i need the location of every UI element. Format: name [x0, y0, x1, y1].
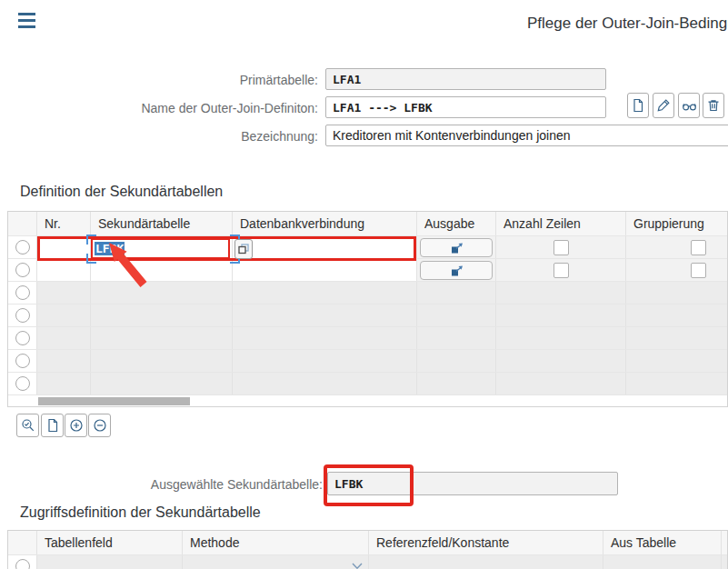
row-radio[interactable]: [15, 331, 30, 345]
referenzfeld-cell[interactable]: [369, 555, 603, 569]
header-cell-ausgabe: Ausgabe: [417, 212, 496, 235]
delete-button[interactable]: [703, 93, 724, 118]
header-cell-select: [8, 212, 37, 235]
selected-secondary-field: [327, 472, 618, 495]
navigate-square-arrow-icon: [449, 241, 464, 255]
copy-overlapping-squares-icon: [237, 243, 250, 255]
selected-text: LFBK: [95, 242, 125, 255]
horizontal-scrollbar[interactable]: [8, 395, 727, 407]
description-label: Bezeichnung:: [0, 129, 318, 144]
primary-table-label: Primärtabelle:: [0, 73, 318, 87]
value-help-button[interactable]: [234, 239, 253, 259]
header-cell-tabellenfeld: Tabellenfeld: [37, 531, 183, 554]
sekundartabelle-cell[interactable]: [91, 259, 233, 281]
table-header-row: Nr. Sekundärtabelle Datenbankverbindung …: [8, 212, 727, 236]
header-cell-gruppierung: Gruppierung: [626, 212, 728, 235]
row-radio[interactable]: [15, 354, 30, 368]
table-row-disabled: [8, 327, 727, 350]
secondary-tables-section-title: Definition der Sekundärtabellen: [20, 184, 223, 200]
remove-row-icon: [93, 418, 107, 433]
join-name-field[interactable]: [325, 96, 606, 118]
selected-secondary-label: Ausgewählte Sekundärtabelle:: [0, 477, 323, 492]
scrollbar-thumb[interactable]: [38, 397, 190, 405]
add-row-button[interactable]: [65, 414, 87, 437]
header-cell-sekundartabelle: Sekundärtabelle: [91, 212, 233, 235]
hamburger-menu-icon[interactable]: [18, 13, 35, 32]
header-cell-anzahl-zeilen: Anzahl Zeilen: [496, 212, 626, 235]
primary-table-field: [325, 68, 606, 90]
anzahl-zeilen-checkbox[interactable]: [553, 240, 569, 255]
table-row-disabled: [8, 282, 727, 304]
datenbankverbindung-cell[interactable]: [233, 259, 417, 281]
navigate-square-arrow-icon: [449, 264, 464, 277]
table-row-disabled: [8, 350, 727, 373]
page-title: Pflege der Outer-Join-Bedingung: [527, 15, 728, 33]
gruppierung-checkbox[interactable]: [691, 240, 706, 255]
gruppierung-checkbox[interactable]: [691, 263, 706, 278]
datenbankverbindung-cell[interactable]: [233, 236, 417, 258]
header-cell-methode: Methode: [183, 531, 369, 554]
join-name-label: Name der Outer-Join-Definiton:: [0, 101, 318, 115]
access-definition-section-title: Zugriffsdefinition der Sekundärtabelle: [20, 504, 261, 521]
copy-button[interactable]: [41, 414, 64, 437]
description-field[interactable]: [325, 125, 728, 146]
aus-tabelle-cell[interactable]: [603, 555, 722, 569]
row-radio[interactable]: [15, 285, 30, 300]
header-cell-nr: Nr.: [37, 212, 91, 235]
remove-row-button[interactable]: [88, 414, 111, 437]
display-button[interactable]: [678, 93, 700, 118]
header-cell-datenbankverbindung: Datenbankverbindung: [233, 212, 417, 235]
output-settings-button[interactable]: [420, 261, 493, 280]
table-header-row: Tabellenfeld Methode Referenzfeld/Konsta…: [8, 531, 727, 555]
table-row: [8, 555, 727, 569]
row-radio[interactable]: [15, 559, 30, 569]
table-row: [8, 259, 727, 282]
access-definition-table: Tabellenfeld Methode Referenzfeld/Konsta…: [7, 530, 728, 569]
tabellenfeld-cell[interactable]: [37, 555, 183, 569]
nr-cell[interactable]: [37, 236, 91, 258]
search-button[interactable]: [16, 414, 39, 437]
header-cell-referenzfeld: Referenzfeld/Konstante: [369, 531, 603, 554]
header-cell-aus-tabelle: Aus Tabelle: [603, 531, 722, 554]
search-icon: [21, 418, 35, 433]
create-button[interactable]: [627, 93, 649, 118]
create-page-icon: [631, 98, 645, 113]
copy-page-icon: [45, 418, 60, 433]
table-row-disabled: [8, 373, 727, 395]
secondary-table-input[interactable]: LFBK: [91, 238, 230, 259]
pencil-icon: [656, 98, 671, 113]
trash-icon: [706, 98, 721, 113]
anzahl-zeilen-checkbox[interactable]: [553, 263, 569, 278]
nr-cell[interactable]: [37, 259, 91, 281]
row-radio[interactable]: [15, 263, 30, 277]
outer-join-maintenance-page: Pflege der Outer-Join-Bedingung Primärta…: [0, 0, 728, 569]
output-settings-button[interactable]: [420, 238, 493, 257]
glasses-icon: [682, 98, 697, 113]
row-radio[interactable]: [15, 308, 30, 323]
table-row-disabled: [8, 304, 727, 327]
add-row-icon: [69, 418, 84, 433]
header-cell-select: [8, 531, 37, 554]
methode-dropdown[interactable]: [183, 555, 369, 569]
row-radio[interactable]: [15, 240, 30, 255]
chevron-down-icon: [352, 563, 363, 569]
edit-button[interactable]: [653, 93, 674, 118]
row-radio[interactable]: [15, 376, 30, 391]
